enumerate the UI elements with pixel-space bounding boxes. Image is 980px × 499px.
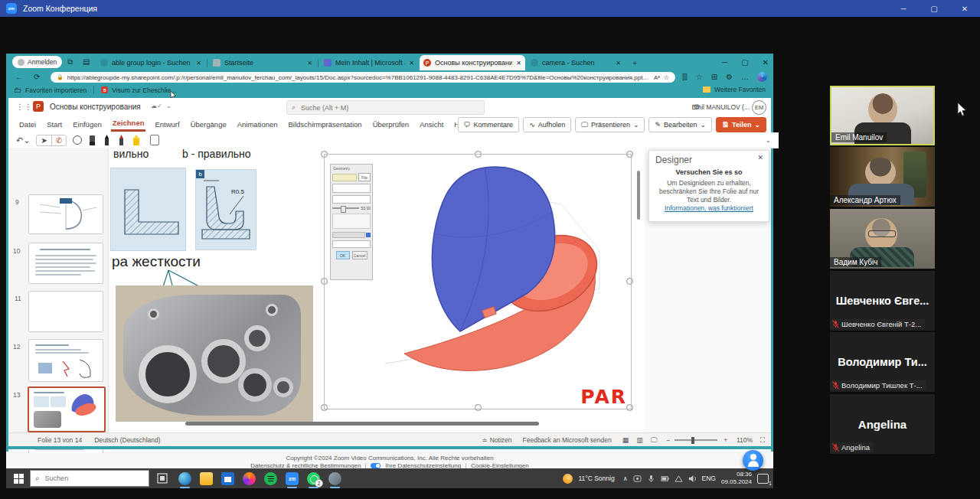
slide-vertical-scrollbar[interactable] [637, 171, 640, 220]
language-status[interactable]: Deutsch (Deutschland) [94, 436, 160, 444]
read-aloud-icon[interactable]: Aᵃ [654, 74, 660, 81]
resize-handle[interactable] [321, 278, 328, 285]
eraser-tool-icon[interactable] [88, 135, 96, 146]
account-avatar[interactable]: EM [752, 100, 766, 115]
microphone-tray-icon[interactable] [647, 475, 655, 483]
highlighter-yellow-icon[interactable] [132, 135, 141, 146]
share-button[interactable]: 🖻Teilen⌄ [716, 117, 766, 132]
tab-close-icon[interactable]: ✕ [409, 60, 414, 67]
tab-start[interactable]: Start [45, 118, 64, 131]
import-favorites-label[interactable]: Favoriten importieren [25, 86, 87, 94]
collapse-ribbon-icon[interactable]: ⌄ [765, 136, 771, 144]
keyboard-language[interactable]: ENG [702, 475, 716, 482]
favorites-icon[interactable]: ☆ [696, 73, 703, 81]
back-icon[interactable]: ← [15, 73, 23, 81]
collections-icon[interactable]: ⊞ [711, 73, 717, 81]
tab-einfuegen[interactable]: Einfügen [71, 118, 103, 131]
tab-workspaces-icon[interactable]: ⧉ [67, 57, 73, 67]
fit-slide-icon[interactable]: ⛶ [760, 436, 765, 445]
vertical-tabs-icon[interactable]: ▤ [83, 57, 90, 66]
participant-video-emil[interactable]: Emil Manuilov [830, 86, 935, 145]
participant-tile-angelina[interactable]: Angelina Angelina [830, 394, 935, 454]
new-tab-button[interactable]: ＋ [631, 57, 639, 68]
resize-handle[interactable] [475, 404, 482, 411]
ppt-search-box[interactable]: ⌕ [286, 100, 485, 115]
battery-tray-icon[interactable] [661, 475, 669, 483]
browser-profile-button[interactable]: Anmelden [12, 56, 62, 68]
tab-close-icon[interactable]: ✕ [307, 60, 312, 67]
speaker-tray-icon[interactable] [688, 475, 697, 483]
zoom-floating-button[interactable] [743, 450, 763, 471]
resize-handle[interactable] [475, 151, 482, 158]
copilot-icon[interactable] [757, 72, 767, 82]
browser-close-button[interactable]: ✕ [763, 58, 769, 67]
slide-thumb-13-current[interactable] [28, 386, 106, 432]
split-screen-icon[interactable]: ⫿⫿ [682, 73, 687, 82]
maximize-button[interactable]: ▢ [919, 0, 949, 17]
zoom-out-icon[interactable]: − [666, 436, 670, 444]
zoom-level[interactable]: 110% [737, 436, 753, 444]
weather-label[interactable]: 11°C Sonnig [578, 475, 614, 482]
participant-tile-volodymyr[interactable]: Володимир Ти... Володимир Тишлек Т-... [830, 332, 935, 392]
tab-uebergaenge[interactable]: Übergänge [189, 118, 228, 131]
extensions-icon[interactable]: ⚙ [726, 73, 733, 81]
resize-handle[interactable] [626, 151, 633, 158]
flip-button[interactable]: Flip [358, 173, 371, 181]
tab-close-icon[interactable]: ✕ [196, 60, 201, 67]
weather-icon[interactable] [563, 474, 573, 484]
document-title[interactable]: Основы конструирования [50, 103, 141, 111]
catchup-button[interactable]: ∿Aufholen [523, 117, 571, 132]
lasso-tool-icon[interactable] [73, 135, 82, 145]
tab-entwurf[interactable]: Entwurf [153, 118, 181, 131]
close-button[interactable]: ✕ [949, 0, 980, 17]
address-bar[interactable]: 🔒 https://ablegroupde-my.sharepoint.com/… [51, 72, 675, 83]
resize-handle[interactable] [321, 151, 328, 158]
normal-view-icon[interactable]: ▦ [622, 436, 629, 444]
favorite-visum[interactable]: Visum zur Eheschlie... [112, 86, 176, 94]
tab-ueberpruefen[interactable]: Überprüfen [371, 118, 411, 131]
slide-thumb-10[interactable] [28, 243, 103, 284]
undo-icon[interactable]: ↶⌄ [16, 135, 30, 145]
cad-image-selected[interactable]: Geometry Flip 53.00 [324, 154, 630, 408]
start-button[interactable] [14, 474, 24, 484]
tab-camera[interactable]: camera - Suchen ✕ [527, 56, 625, 70]
tab-bildschirmpraesentation[interactable]: Bildschirmpräsentation [287, 118, 364, 131]
file-explorer-icon[interactable] [200, 472, 213, 485]
action-center-icon[interactable]: 1 [757, 474, 769, 484]
present-button[interactable]: 🖵Präsentieren⌄ [575, 117, 645, 132]
resize-handle[interactable] [626, 404, 633, 411]
zoom-app-icon[interactable]: zm [286, 472, 299, 485]
settings-dots-icon[interactable]: … [741, 73, 749, 81]
tab-close-icon[interactable]: ✕ [616, 60, 621, 67]
cancel-button[interactable]: Cancel [352, 251, 368, 259]
pen-red-icon[interactable] [117, 135, 126, 146]
teams-tray-icon[interactable] [633, 475, 642, 483]
browser-maximize-button[interactable]: ▢ [741, 58, 748, 67]
tab-zeichnen[interactable]: Zeichnen [111, 116, 146, 132]
participant-video-artiukh[interactable]: Александр Артюх [830, 147, 935, 207]
taskbar-search-input[interactable] [44, 474, 123, 483]
tab-startseite[interactable]: Startseite ✕ [209, 56, 316, 70]
feedback-link[interactable]: Feedback an Microsoft senden [523, 436, 612, 444]
ppt-search-input[interactable] [299, 103, 456, 113]
slide-thumb-12[interactable] [28, 339, 103, 382]
more-favorites-label[interactable]: Weitere Favoriten [714, 86, 766, 93]
draw-touch-tool-icon[interactable]: ✆ [52, 135, 66, 145]
edit-mode-button[interactable]: ✎Bearbeiten⌄ [648, 117, 712, 132]
tab-close-icon[interactable]: ✕ [516, 60, 521, 67]
ok-button[interactable]: OK [336, 251, 350, 259]
tray-chevron-icon[interactable]: ∧ [623, 475, 628, 482]
select-tool-icon[interactable]: ➤ [37, 135, 51, 145]
tab-datei[interactable]: Datei [18, 118, 38, 131]
tab-mein-inhalt[interactable]: Mein Inhalt | Microsoft 365 ✕ [320, 56, 418, 70]
slide-thumb-11[interactable] [28, 291, 103, 332]
resize-handle[interactable] [626, 278, 633, 285]
notes-toggle[interactable]: Notizen [490, 436, 512, 444]
taskbar-clock[interactable]: 08:36 09.05.2024 [721, 471, 752, 485]
close-icon[interactable]: ✕ [757, 154, 763, 161]
tab-able-group-login[interactable]: able group login - Suchen ✕ [96, 56, 205, 70]
whatsapp-icon[interactable]: 2 [307, 472, 320, 485]
participant-tile-shevchenko[interactable]: Шевченко Євге... Шевченко Євгеній Т-2... [830, 271, 935, 331]
minimize-button[interactable]: ─ [888, 0, 919, 17]
pen-black-icon[interactable] [103, 135, 111, 146]
